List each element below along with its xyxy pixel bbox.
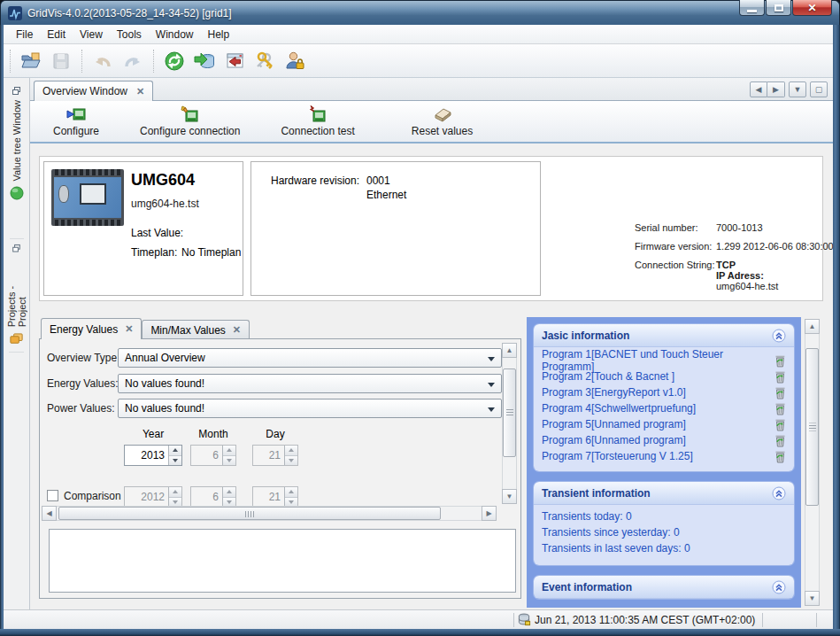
info-column-scrollbar[interactable]: ▲ ▼ <box>805 319 820 606</box>
delete-program-icon[interactable] <box>774 449 786 463</box>
day-up-button[interactable] <box>285 446 297 456</box>
import-window-button[interactable] <box>222 49 247 74</box>
tab-overview-window[interactable]: Overview Window ✕ <box>34 81 153 101</box>
configure-connection-button[interactable]: Configure connection <box>131 104 249 139</box>
collapse-panel-button[interactable] <box>772 580 786 594</box>
day-value: 21 <box>253 446 284 465</box>
maximize-button[interactable] <box>766 0 791 16</box>
scroll-up-arrow[interactable]: ▲ <box>805 319 820 334</box>
tab-close-icon[interactable]: ✕ <box>233 324 241 336</box>
sidebar-item-projects[interactable]: Projects - Project <box>9 239 24 353</box>
comparison-checkbox[interactable] <box>47 490 58 501</box>
delete-program-icon[interactable] <box>774 433 786 447</box>
user-permissions-button[interactable] <box>282 49 307 74</box>
program-link[interactable]: Program 3[EnergyReport v1.0] <box>542 386 686 399</box>
redo-button[interactable] <box>120 49 145 74</box>
tab-close-icon[interactable]: ✕ <box>125 323 133 335</box>
sidebar-item-value-tree-window[interactable]: Value tree Window <box>10 81 24 239</box>
open-project-button[interactable] <box>19 49 43 74</box>
transient-panel-header[interactable]: Transient information <box>534 482 794 505</box>
tab-close-icon[interactable]: ✕ <box>136 86 144 97</box>
day-stepper[interactable]: 21 <box>252 445 298 466</box>
device-identity-box: UMG604 umg604-he.tst Last Value: Timepla… <box>43 161 243 296</box>
energy-values-select[interactable]: No values found! <box>118 374 502 393</box>
undo-button[interactable] <box>90 49 115 74</box>
collapse-panel-button[interactable] <box>772 486 786 500</box>
scroll-down-arrow[interactable]: ▼ <box>502 489 517 504</box>
scroll-left-arrow[interactable]: ◀ <box>42 506 57 521</box>
window-title: GridVis-4.0.2(2013-05-28_14-34-52) [grid… <box>27 7 232 19</box>
jasic-panel-header[interactable]: Jasic information <box>534 324 794 347</box>
tab-maximize-button[interactable]: ▢ <box>810 81 828 97</box>
power-values-select[interactable]: No values found! <box>118 399 502 418</box>
empty-values-list[interactable] <box>49 529 516 593</box>
overview-type-select[interactable]: Annual Overview <box>118 348 502 368</box>
month-down-button[interactable] <box>223 456 235 466</box>
jasic-program-row: Program 5[Unnamed program] <box>542 416 786 432</box>
delete-program-icon[interactable] <box>774 353 786 368</box>
day-down-button[interactable] <box>285 456 297 466</box>
reset-values-icon <box>432 105 453 123</box>
close-button[interactable]: ✕ <box>792 0 832 16</box>
event-panel-header[interactable]: Event information <box>534 576 794 599</box>
main-toolbar <box>4 44 833 78</box>
keys-button[interactable] <box>252 49 277 74</box>
comparison-month-up-button[interactable] <box>223 487 235 498</box>
transient-panel-title: Transient information <box>542 487 651 500</box>
tab-minmax-values[interactable]: Min/Max Values ✕ <box>142 320 250 339</box>
export-database-button[interactable] <box>192 49 217 74</box>
tab-controls: ◀ ▶ ▼ ▢ <box>750 81 828 100</box>
scroll-up-arrow[interactable]: ▲ <box>502 343 517 358</box>
comparison-day-stepper[interactable]: 21 <box>252 486 298 508</box>
configure-button[interactable]: Configure <box>44 104 108 139</box>
open-project-icon <box>20 50 42 72</box>
comparison-year-up-button[interactable] <box>169 487 181 498</box>
comparison-month-stepper[interactable]: 6 <box>190 486 236 508</box>
year-up-button[interactable] <box>169 446 181 456</box>
scroll-down-arrow[interactable]: ▼ <box>805 591 820 606</box>
delete-program-icon[interactable] <box>774 401 786 415</box>
program-link[interactable]: Program 2[Touch & Bacnet ] <box>542 370 674 383</box>
overview-type-label: Overview Type: <box>47 352 119 364</box>
program-link[interactable]: Program 5[Unnamed program] <box>542 418 686 430</box>
tab-scroll-right-button[interactable]: ▶ <box>767 81 785 97</box>
comparison-year-stepper[interactable]: 2012 <box>124 486 182 508</box>
tab-energy-values[interactable]: Energy Values ✕ <box>41 318 142 339</box>
horizontal-scrollbar[interactable]: ◀ ▶ <box>42 506 497 521</box>
menu-edit[interactable]: Edit <box>40 26 73 43</box>
tab-scroll-left-button[interactable]: ◀ <box>750 81 767 97</box>
program-link[interactable]: Program 6[Unnamed program] <box>542 434 686 446</box>
vertical-scroll-thumb[interactable] <box>805 348 819 506</box>
menu-help[interactable]: Help <box>201 26 237 43</box>
program-link[interactable]: Program 1[BACNET und Touch Steuer Progra… <box>542 348 774 373</box>
menu-tools[interactable]: Tools <box>110 26 149 43</box>
minimize-button[interactable] <box>739 0 765 16</box>
year-stepper[interactable]: 2013 <box>124 445 182 466</box>
scroll-right-arrow[interactable]: ▶ <box>482 506 497 521</box>
menu-view[interactable]: View <box>73 26 110 43</box>
form-vertical-scrollbar[interactable]: ▲ ▼ <box>502 343 517 504</box>
refresh-button[interactable] <box>162 49 187 74</box>
program-link[interactable]: Program 4[Schwellwertpruefung] <box>542 402 696 415</box>
delete-program-icon[interactable] <box>774 385 786 399</box>
program-link[interactable]: Program 7[Torsteuerung V 1.25] <box>542 450 693 462</box>
month-stepper[interactable]: 6 <box>190 445 236 466</box>
content-area: Overview Window ✕ ◀ ▶ ▼ ▢ <box>30 78 833 609</box>
collapse-panel-button[interactable] <box>772 329 786 343</box>
tab-list-dropdown-button[interactable]: ▼ <box>789 81 806 97</box>
menu-file[interactable]: File <box>9 26 40 43</box>
month-label: Month <box>190 428 236 440</box>
horizontal-scroll-thumb[interactable] <box>58 507 441 520</box>
titlebar[interactable]: GridVis-4.0.2(2013-05-28_14-34-52) [grid… <box>0 0 840 25</box>
menu-window[interactable]: Window <box>149 26 201 43</box>
save-button[interactable] <box>49 49 73 74</box>
delete-program-icon[interactable] <box>774 369 786 384</box>
delete-program-icon[interactable] <box>774 417 786 431</box>
reset-values-button[interactable]: Reset values <box>403 104 482 139</box>
year-down-button[interactable] <box>169 456 181 466</box>
connection-test-button[interactable]: Connection test <box>272 104 363 139</box>
vertical-scroll-thumb[interactable] <box>503 368 516 457</box>
device-overview-panel: UMG604 umg604-he.tst Last Value: Timepla… <box>39 156 823 301</box>
month-up-button[interactable] <box>223 446 235 456</box>
comparison-day-up-button[interactable] <box>285 487 297 498</box>
